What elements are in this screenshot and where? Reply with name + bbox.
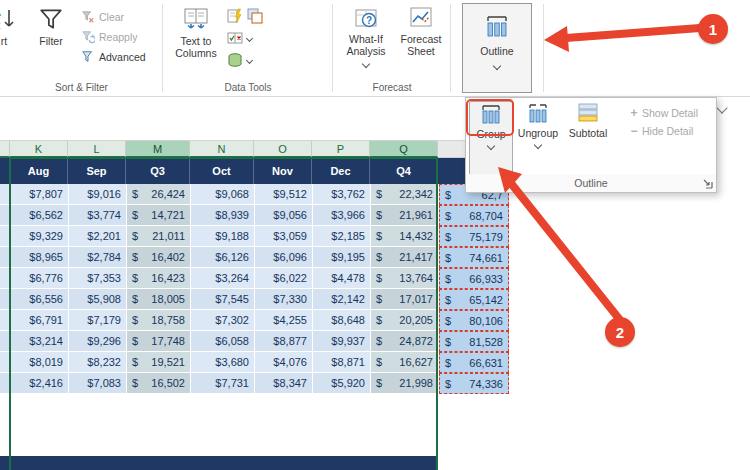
- data-cell[interactable]: $24,872: [371, 331, 439, 352]
- total-cell[interactable]: $75,179: [439, 226, 509, 247]
- data-cell[interactable]: $6,126: [191, 247, 255, 268]
- total-cell[interactable]: $66,631: [439, 352, 509, 373]
- month-header-cell[interactable]: Aug: [10, 158, 68, 184]
- column-header-Q[interactable]: Q: [370, 140, 438, 158]
- data-cell[interactable]: $16,502: [127, 373, 191, 394]
- data-cell[interactable]: $9,188: [191, 226, 255, 247]
- subtotal-button[interactable]: Subtotal: [563, 101, 613, 175]
- data-cell[interactable]: $19,521: [127, 352, 191, 373]
- month-header-cell[interactable]: Nov: [254, 158, 312, 184]
- data-cell[interactable]: $2,784: [69, 247, 127, 268]
- data-cell[interactable]: $7,353: [69, 268, 127, 289]
- dialog-launcher-icon[interactable]: [702, 178, 713, 189]
- data-cell-partial[interactable]: [0, 373, 11, 394]
- month-header-cell[interactable]: Q4: [370, 158, 438, 184]
- data-cell[interactable]: $18,005: [127, 289, 191, 310]
- sort-button-partial[interactable]: A Z rt: [0, 6, 27, 47]
- total-cell[interactable]: $74,661: [439, 247, 509, 268]
- chevron-down-icon[interactable]: [246, 57, 253, 64]
- data-cell[interactable]: $8,648: [313, 310, 371, 331]
- total-cell[interactable]: $81,528: [439, 331, 509, 352]
- advanced-filter-button[interactable]: Advanced: [78, 47, 149, 67]
- data-cell[interactable]: $9,016: [69, 184, 127, 205]
- data-cell[interactable]: $21,961: [371, 205, 439, 226]
- forecast-sheet-button[interactable]: Forecast Sheet: [395, 6, 447, 58]
- show-detail-button[interactable]: + Show Detail: [626, 104, 702, 122]
- data-cell[interactable]: $3,762: [313, 184, 371, 205]
- data-cell[interactable]: $8,877: [255, 331, 313, 352]
- data-cell[interactable]: $3,059: [255, 226, 313, 247]
- data-model-button[interactable]: [227, 52, 243, 72]
- remove-duplicates-button[interactable]: [247, 8, 263, 28]
- data-cell-partial[interactable]: [0, 310, 11, 331]
- formula-bar-expand-icon[interactable]: [716, 102, 727, 113]
- data-cell[interactable]: $7,545: [191, 289, 255, 310]
- data-cell-partial[interactable]: [0, 205, 11, 226]
- month-header-cell[interactable]: Dec: [312, 158, 370, 184]
- month-header-cell[interactable]: Q3: [126, 158, 190, 184]
- total-cell[interactable]: $80,106: [439, 310, 509, 331]
- group-button[interactable]: Group: [469, 101, 513, 175]
- data-cell[interactable]: $8,965: [11, 247, 69, 268]
- month-header-cell[interactable]: Oct: [190, 158, 254, 184]
- data-cell[interactable]: $4,255: [255, 310, 313, 331]
- column-header-M[interactable]: M: [126, 140, 190, 158]
- data-cell[interactable]: $17,748: [127, 331, 191, 352]
- data-cell[interactable]: $4,478: [313, 268, 371, 289]
- outline-ribbon-button[interactable]: Outline: [462, 3, 532, 93]
- data-cell[interactable]: $6,022: [255, 268, 313, 289]
- column-header-L[interactable]: L: [68, 140, 126, 158]
- data-cell[interactable]: $16,402: [127, 247, 191, 268]
- data-cell[interactable]: $14,721: [127, 205, 191, 226]
- data-cell[interactable]: $9,056: [255, 205, 313, 226]
- what-if-analysis-button[interactable]: ? What-If Analysis: [338, 6, 394, 67]
- clear-filter-button[interactable]: Clear: [78, 7, 149, 27]
- data-cell[interactable]: $9,937: [313, 331, 371, 352]
- column-header-partial[interactable]: [0, 140, 10, 158]
- data-cell[interactable]: $21,998: [371, 373, 439, 394]
- data-cell[interactable]: $5,908: [69, 289, 127, 310]
- data-cell[interactable]: $6,556: [11, 289, 69, 310]
- data-cell[interactable]: $21,417: [371, 247, 439, 268]
- total-cell[interactable]: $68,704: [439, 205, 509, 226]
- data-cell[interactable]: $3,264: [191, 268, 255, 289]
- chevron-down-icon[interactable]: [246, 35, 253, 42]
- column-header-P[interactable]: P: [312, 140, 370, 158]
- reapply-filter-button[interactable]: Reapply: [78, 27, 149, 47]
- month-header-cell[interactable]: Sep: [68, 158, 126, 184]
- data-cell[interactable]: $21,011: [127, 226, 191, 247]
- data-cell[interactable]: $8,871: [313, 352, 371, 373]
- data-cell[interactable]: $22,342: [371, 184, 439, 205]
- ungroup-button[interactable]: Ungroup: [516, 101, 560, 175]
- table-footer-row-partial[interactable]: [0, 456, 437, 470]
- data-cell-partial[interactable]: [0, 352, 11, 373]
- month-header-cell-partial[interactable]: [0, 158, 10, 184]
- text-to-columns-button[interactable]: Text to Columns: [170, 6, 222, 60]
- data-cell-partial[interactable]: [0, 247, 11, 268]
- data-cell[interactable]: $7,807: [11, 184, 69, 205]
- data-cell[interactable]: $6,058: [191, 331, 255, 352]
- data-cell[interactable]: $5,920: [313, 373, 371, 394]
- data-cell[interactable]: $7,731: [191, 373, 255, 394]
- data-cell[interactable]: $6,096: [255, 247, 313, 268]
- data-cell[interactable]: $4,076: [255, 352, 313, 373]
- data-cell[interactable]: $16,627: [371, 352, 439, 373]
- data-cell[interactable]: $3,680: [191, 352, 255, 373]
- data-cell[interactable]: $14,432: [371, 226, 439, 247]
- hide-detail-button[interactable]: − Hide Detail: [626, 122, 702, 140]
- data-cell[interactable]: $6,562: [11, 205, 69, 226]
- data-cell[interactable]: $9,195: [313, 247, 371, 268]
- total-cell[interactable]: $74,336: [439, 373, 509, 394]
- data-cell-partial[interactable]: [0, 289, 11, 310]
- data-cell[interactable]: $2,142: [313, 289, 371, 310]
- data-cell[interactable]: $8,019: [11, 352, 69, 373]
- data-cell[interactable]: $8,232: [69, 352, 127, 373]
- data-cell[interactable]: $3,774: [69, 205, 127, 226]
- data-cell[interactable]: $26,424: [127, 184, 191, 205]
- data-cell[interactable]: $8,939: [191, 205, 255, 226]
- data-cell[interactable]: $2,416: [11, 373, 69, 394]
- total-cell[interactable]: $65,142: [439, 289, 509, 310]
- data-cell[interactable]: $7,302: [191, 310, 255, 331]
- data-cell[interactable]: $9,512: [255, 184, 313, 205]
- data-cell-partial[interactable]: [0, 226, 11, 247]
